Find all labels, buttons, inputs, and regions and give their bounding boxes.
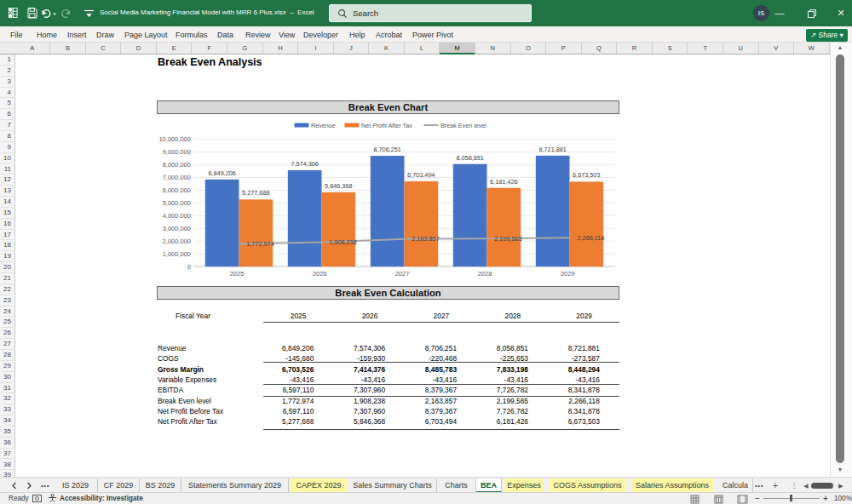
svg-text:3,000,000: 3,000,000: [163, 225, 191, 232]
svg-text:Break Even level: Break Even level: [440, 122, 486, 129]
svg-text:4,000,000: 4,000,000: [163, 212, 191, 220]
svg-text:5,277,688: 5,277,688: [242, 189, 269, 197]
svg-text:2026: 2026: [313, 270, 327, 278]
svg-text:7,000,000: 7,000,000: [163, 174, 191, 181]
svg-text:6,181,426: 6,181,426: [490, 178, 517, 186]
svg-text:8,000,000: 8,000,000: [163, 161, 191, 169]
svg-text:1,000,000: 1,000,000: [163, 250, 191, 258]
svg-text:5,846,368: 5,846,368: [325, 182, 352, 190]
svg-text:5,000,000: 5,000,000: [163, 199, 191, 207]
svg-text:1,772,974: 1,772,974: [246, 240, 273, 248]
svg-text:2029: 2029: [561, 270, 575, 278]
svg-text:9,000,000: 9,000,000: [163, 148, 191, 156]
svg-text:6,673,503: 6,673,503: [573, 171, 600, 179]
svg-text:2028: 2028: [478, 270, 492, 278]
svg-text:8,706,251: 8,706,251: [373, 146, 400, 153]
svg-text:2,266,118: 2,266,118: [578, 234, 605, 242]
svg-text:1,908,238: 1,908,238: [329, 238, 356, 246]
svg-text:2,000,000: 2,000,000: [163, 238, 191, 245]
svg-text:7,574,306: 7,574,306: [291, 160, 318, 168]
svg-text:2,199,565: 2,199,565: [494, 235, 521, 243]
svg-text:Net Profit After Tax: Net Profit After Tax: [361, 122, 412, 129]
svg-text:0: 0: [187, 263, 191, 271]
svg-text:2025: 2025: [230, 270, 245, 278]
svg-text:6,703,494: 6,703,494: [407, 171, 435, 179]
svg-text:Revenue: Revenue: [311, 122, 336, 129]
svg-text:6,849,206: 6,849,206: [208, 169, 235, 177]
svg-text:10,000,000: 10,000,000: [158, 135, 191, 143]
svg-text:2027: 2027: [395, 270, 410, 278]
svg-text:8,721,881: 8,721,881: [538, 146, 566, 153]
svg-text:2,163,857: 2,163,857: [412, 235, 439, 243]
svg-text:6,000,000: 6,000,000: [163, 186, 191, 194]
svg-text:8,058,851: 8,058,851: [456, 154, 483, 162]
